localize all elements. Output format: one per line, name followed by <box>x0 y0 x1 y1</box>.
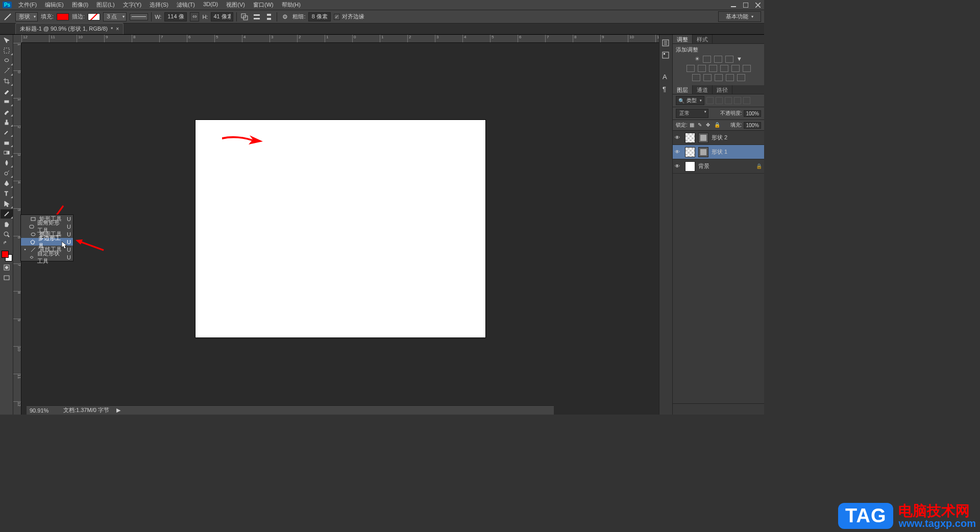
close-button[interactable] <box>752 0 764 10</box>
layer-name[interactable]: 形状 2 <box>712 134 727 141</box>
tool-preset-icon[interactable] <box>3 12 12 21</box>
stroke-width-select[interactable]: 3 点 <box>103 12 127 21</box>
stamp-tool[interactable] <box>1 117 13 127</box>
lock-position-icon[interactable]: ✥ <box>706 122 712 128</box>
wand-tool[interactable] <box>1 66 13 76</box>
layer-name[interactable]: 形状 1 <box>712 148 727 156</box>
invert-icon[interactable] <box>692 74 700 81</box>
gear-icon[interactable] <box>280 12 289 21</box>
lock-transparent-icon[interactable]: ▦ <box>690 122 696 128</box>
gradient-tool[interactable] <box>1 148 13 157</box>
zoom-level[interactable]: 90.91% <box>30 407 58 414</box>
gradient-map-icon[interactable] <box>726 74 734 81</box>
filter-smart-icon[interactable] <box>743 97 750 104</box>
menu-layer[interactable]: 图层(L) <box>92 0 118 10</box>
fill-opacity-value[interactable]: 100% <box>744 122 761 129</box>
fill-swatch[interactable] <box>57 13 69 20</box>
brightness-icon[interactable]: ☀ <box>695 56 700 63</box>
crop-tool[interactable] <box>1 77 13 86</box>
menu-type[interactable]: 文字(Y) <box>119 0 146 10</box>
exposure-icon[interactable] <box>725 56 733 63</box>
visibility-icon[interactable] <box>675 134 682 141</box>
document-tab[interactable]: 未标题-1 @ 90.9% (形状 1, RGB/8) * × <box>15 23 124 34</box>
lasso-tool[interactable] <box>1 56 13 65</box>
visibility-icon[interactable] <box>675 149 682 156</box>
history-brush-tool[interactable] <box>1 128 13 137</box>
zoom-tool[interactable] <box>1 230 13 239</box>
link-wh-icon[interactable]: ⬄ <box>190 12 199 21</box>
layer-row[interactable]: 背景 🔒 <box>673 159 764 174</box>
blur-tool[interactable] <box>1 158 13 167</box>
dodge-tool[interactable] <box>1 168 13 178</box>
arrange-icon[interactable] <box>264 12 274 21</box>
status-expand-icon[interactable]: ▶ <box>116 407 120 414</box>
eyedropper-tool[interactable] <box>1 87 13 96</box>
ruler-horizontal[interactable]: 1211109876543210123456789101112131415161… <box>21 35 659 43</box>
menu-3d[interactable]: 3D(D) <box>199 0 222 10</box>
layer-thumb[interactable] <box>685 147 695 157</box>
tab-layers[interactable]: 图层 <box>673 85 693 94</box>
character-panel-icon[interactable]: A <box>662 72 671 82</box>
menu-file[interactable]: 文件(F) <box>14 0 41 10</box>
more-icon[interactable]: ▼ <box>737 56 742 63</box>
layer-name[interactable]: 背景 <box>698 162 709 170</box>
menu-image[interactable]: 图像(I) <box>68 0 92 10</box>
canvas-viewport[interactable] <box>21 43 659 415</box>
menu-view[interactable]: 视图(V) <box>222 0 249 10</box>
menu-help[interactable]: 帮助(H) <box>278 0 305 10</box>
layer-filter-select[interactable]: 🔍 类型 <box>676 96 704 105</box>
layers-list[interactable]: 形状 2 形状 1 背景 🔒 <box>673 131 764 403</box>
flyout-polygon-tool[interactable]: 多边形工具 U <box>21 238 73 246</box>
swap-colors-icon[interactable] <box>1 240 13 246</box>
layer-mask-thumb[interactable] <box>698 147 708 157</box>
filter-shape-icon[interactable] <box>734 97 741 104</box>
opacity-value[interactable]: 100% <box>744 110 761 117</box>
blend-mode-select[interactable]: 正常 <box>676 109 708 118</box>
layer-mask-thumb[interactable] <box>698 133 708 143</box>
quickmask-icon[interactable] <box>1 263 13 272</box>
paragraph-panel-icon[interactable]: ¶ <box>662 85 671 94</box>
tab-channels[interactable]: 通道 <box>693 85 713 94</box>
eraser-tool[interactable] <box>1 138 13 147</box>
stroke-swatch[interactable] <box>88 13 100 20</box>
pen-tool[interactable] <box>1 179 13 188</box>
layer-row[interactable]: 形状 1 <box>673 145 764 159</box>
maximize-button[interactable] <box>740 0 752 10</box>
curves-icon[interactable] <box>714 56 722 63</box>
align-edges-checkbox[interactable]: 对齐边缘 <box>334 13 364 20</box>
levels-icon[interactable] <box>703 56 711 63</box>
layer-thumb[interactable] <box>685 133 695 143</box>
lock-all-icon[interactable]: 🔒 <box>714 122 720 128</box>
flyout-customshape-tool[interactable]: 自定形状工具 U <box>21 253 73 261</box>
weight-input[interactable] <box>308 12 331 21</box>
canvas[interactable] <box>195 120 485 337</box>
selective-icon[interactable] <box>737 74 745 81</box>
close-tab-icon[interactable]: × <box>116 26 119 32</box>
vibrance-icon[interactable] <box>687 65 695 72</box>
align-icon[interactable] <box>252 12 261 21</box>
history-panel-icon[interactable] <box>662 39 671 48</box>
tab-adjustments[interactable]: 调整 <box>673 35 693 43</box>
hue-icon[interactable] <box>698 65 706 72</box>
filter-type-icon[interactable] <box>725 97 732 104</box>
path-select-tool[interactable] <box>1 199 13 208</box>
stroke-style-select[interactable] <box>130 13 148 20</box>
hand-tool[interactable] <box>1 220 13 229</box>
type-tool[interactable]: T <box>1 189 13 198</box>
width-input[interactable] <box>164 12 187 21</box>
menu-select[interactable]: 选择(S) <box>145 0 173 10</box>
lock-pixels-icon[interactable]: ✎ <box>698 122 704 128</box>
shape-tool[interactable] <box>1 209 13 219</box>
bw-icon[interactable] <box>709 65 717 72</box>
brush-tool[interactable] <box>1 107 13 116</box>
filter-adjust-icon[interactable] <box>716 97 723 104</box>
height-input[interactable] <box>211 12 233 21</box>
menu-window[interactable]: 窗口(W) <box>249 0 278 10</box>
lut-icon[interactable] <box>743 65 751 72</box>
tab-styles[interactable]: 样式 <box>693 35 713 43</box>
screenmode-icon[interactable] <box>1 273 13 282</box>
shape-mode-select[interactable]: 形状 <box>15 12 38 21</box>
menu-filter[interactable]: 滤镜(T) <box>173 0 199 10</box>
color-swatches[interactable] <box>0 249 13 262</box>
marquee-tool[interactable] <box>1 46 13 55</box>
